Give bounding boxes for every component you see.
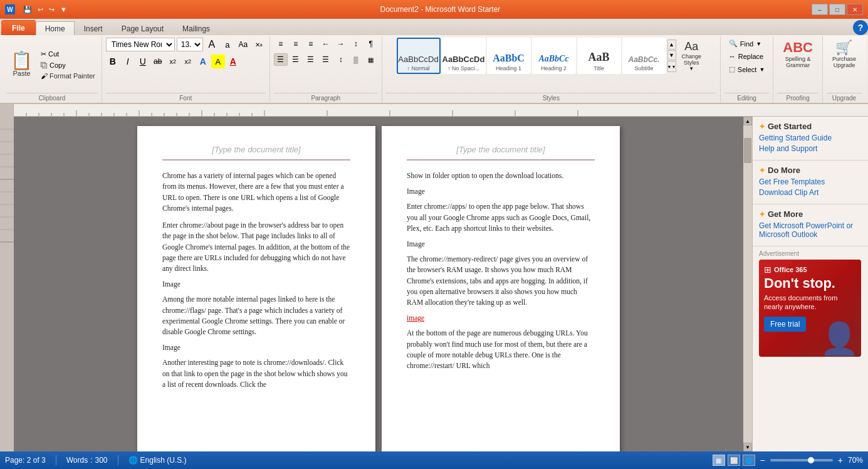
styles-scroll-up[interactable]: ▲ (667, 40, 676, 50)
getting-started-guide-link[interactable]: Getting Started Guide (759, 134, 862, 142)
zoom-slider[interactable] (770, 459, 833, 461)
increase-indent-btn[interactable]: → (334, 38, 348, 50)
web-layout-btn[interactable]: 🌐 (743, 455, 755, 466)
doc-scroll-area: [Type the document title] Chrome has a v… (14, 117, 752, 451)
undo-quickbtn[interactable]: ↩ (36, 5, 45, 14)
style-normal[interactable]: AaBbCcDd ↑ Normal (397, 38, 441, 74)
maximize-btn[interactable]: □ (829, 4, 845, 15)
zoom-thumb[interactable] (808, 457, 814, 463)
shrink-font-btn[interactable]: a (221, 38, 234, 51)
ruler-corner[interactable] (0, 104, 14, 117)
scroll-thumb[interactable] (744, 138, 751, 163)
find-arrow: ▼ (756, 41, 761, 47)
numbered-btn[interactable]: ≡ (289, 38, 303, 50)
cut-btn[interactable]: ✂ Cut (38, 49, 98, 60)
style-heading1[interactable]: AaBbC Heading 1 (487, 38, 531, 74)
clear-format-btn[interactable]: ✕a (252, 38, 266, 51)
style-no-spacing-name: ↑ No Spaci... (447, 65, 479, 71)
decrease-indent-btn[interactable]: ← (319, 38, 333, 50)
page2-para4[interactable]: At the bottom of the page are numerous d… (407, 328, 595, 371)
redo-quickbtn[interactable]: ↪ (47, 5, 56, 14)
page2-para1[interactable]: Show in folder option to open the downlo… (407, 171, 595, 181)
zoom-in-btn[interactable]: + (838, 455, 843, 465)
case-btn[interactable]: Aa (236, 38, 250, 51)
scroll-down-btn[interactable]: ▼ (743, 443, 752, 451)
copy-btn[interactable]: ⿻ Copy (38, 60, 98, 70)
justify-btn[interactable]: ☰ (319, 53, 333, 66)
align-center-btn[interactable]: ☰ (289, 53, 303, 66)
select-btn[interactable]: ⬚ Select ▼ (724, 63, 770, 75)
style-title-preview: AaB (588, 51, 609, 64)
ad-trial-btn[interactable]: Free trial (764, 317, 806, 332)
download-clip-art-link[interactable]: Download Clip Art (759, 188, 862, 197)
scroll-track[interactable] (743, 125, 752, 443)
page1-para4[interactable]: Another interesting page to note is chro… (162, 357, 350, 390)
scroll-up-btn[interactable]: ▲ (743, 117, 752, 125)
purchase-btn[interactable]: 🛒 PurchaseUpgrade (827, 38, 862, 70)
page1-para3[interactable]: Among the more notable internal pages li… (162, 294, 350, 337)
strikethrough-btn[interactable]: ab (151, 55, 165, 68)
words-count: 300 (95, 456, 108, 465)
italic-btn[interactable]: I (121, 55, 135, 68)
underline-btn[interactable]: U (136, 55, 150, 68)
bullets-btn[interactable]: ≡ (274, 38, 288, 50)
style-heading2[interactable]: AaBbCc Heading 2 (532, 38, 576, 74)
tab-bar: File Home Insert Page Layout Mailings ? (0, 19, 868, 35)
subscript-btn[interactable]: x2 (166, 55, 180, 68)
save-quickbtn[interactable]: 💾 (21, 5, 34, 14)
font-color-btn[interactable]: A (226, 55, 240, 68)
text-effects-btn[interactable]: A (196, 55, 210, 68)
style-no-spacing[interactable]: AaBbCcDd ↑ No Spaci... (442, 38, 486, 74)
font-selector[interactable]: Times New Rom (106, 38, 175, 51)
ad-logo-text: Office 365 (774, 266, 807, 273)
styles-group-label: Styles (386, 93, 716, 102)
page2-para2[interactable]: Enter chrome://apps/ to open the app pag… (407, 201, 595, 234)
show-marks-btn[interactable]: ¶ (364, 38, 378, 50)
replace-btn[interactable]: ↔ Replace (724, 51, 770, 62)
bold-btn[interactable]: B (106, 55, 120, 68)
minimize-btn[interactable]: – (812, 4, 828, 15)
help-btn[interactable]: ? (853, 20, 868, 35)
more-quickbtn[interactable]: ▼ (58, 5, 69, 14)
style-title[interactable]: AaB Title (577, 38, 621, 74)
styles-more[interactable]: ▼▼ (667, 61, 676, 72)
abc-icon: ABC (783, 40, 813, 56)
tab-home[interactable]: Home (36, 21, 75, 35)
change-styles-btn[interactable]: Aa ChangeStyles ▼ (677, 38, 706, 73)
tab-insert[interactable]: Insert (75, 21, 112, 35)
get-more-apps-link[interactable]: Get Microsoft PowerPoint or Microsoft Ou… (759, 221, 862, 239)
tab-file[interactable]: File (1, 20, 36, 35)
tab-page-layout[interactable]: Page Layout (112, 21, 173, 35)
style-subtitle[interactable]: AaBbCc. Subtitle (622, 38, 666, 74)
cut-label: Cut (48, 50, 59, 58)
align-right-btn[interactable]: ☰ (304, 53, 318, 66)
format-painter-btn[interactable]: 🖌 Format Painter (38, 71, 98, 81)
styles-scroll-down[interactable]: ▼ (667, 50, 676, 60)
superscript-btn[interactable]: x2 (181, 55, 195, 68)
full-screen-btn[interactable]: ⬜ (728, 455, 740, 466)
line-spacing-btn[interactable]: ↕ (334, 53, 348, 66)
help-support-link[interactable]: Help and Support (759, 144, 862, 153)
free-templates-link[interactable]: Get Free Templates (759, 177, 862, 186)
font-size-selector[interactable]: 13.5 (177, 38, 203, 51)
grow-font-btn[interactable]: A (205, 38, 219, 51)
spelling-btn[interactable]: ABC Spelling &Grammar (777, 38, 818, 70)
tab-mailings[interactable]: Mailings (173, 21, 219, 35)
paste-btn[interactable]: 📋 Paste (6, 50, 37, 79)
page2-para3[interactable]: The chrome://memory-redirect/ page gives… (407, 254, 595, 308)
get-more-title: ✦ Get More (759, 209, 862, 219)
multilevel-btn[interactable]: ≡ (304, 38, 318, 50)
document-area[interactable]: [Type the document title] Chrome has a v… (14, 117, 743, 451)
highlight-btn[interactable]: A (211, 55, 225, 68)
page1-para2[interactable]: Enter chrome://about page in the browser… (162, 220, 350, 274)
zoom-out-btn[interactable]: − (760, 455, 765, 465)
close-btn[interactable]: ✕ (847, 4, 863, 15)
vertical-scrollbar[interactable]: ▲ ▼ (743, 117, 752, 451)
print-layout-btn[interactable]: ▦ (713, 455, 725, 466)
shading-btn[interactable]: ▒ (349, 53, 363, 66)
sort-btn[interactable]: ↕ (349, 38, 363, 50)
borders-btn[interactable]: ▦ (364, 53, 378, 66)
page1-para1[interactable]: Chrome has a variety of internal pages w… (162, 171, 350, 214)
align-left-btn[interactable]: ☰ (274, 53, 288, 66)
find-btn[interactable]: 🔍 Find ▼ (724, 38, 770, 50)
